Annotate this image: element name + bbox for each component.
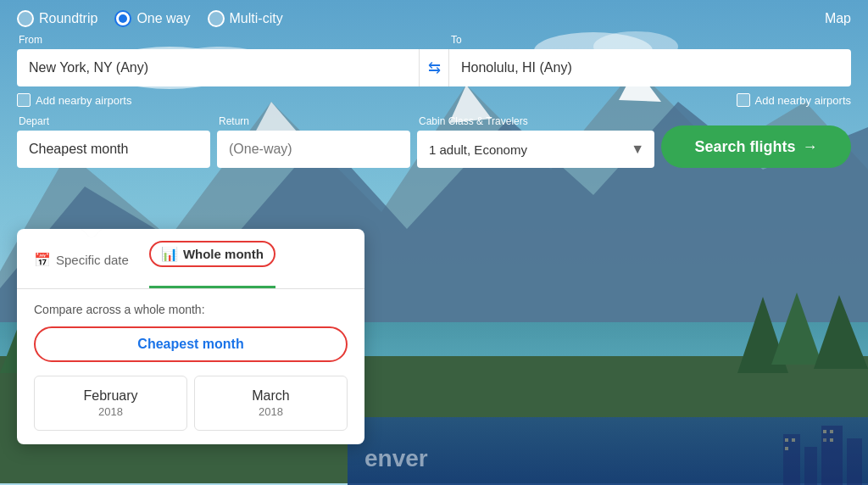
svg-rect-29 xyxy=(830,438,833,442)
svg-rect-25 xyxy=(785,447,788,450)
multicity-option[interactable]: Multi-city xyxy=(208,10,283,27)
cabin-select[interactable]: 1 adult, Economy xyxy=(417,131,654,168)
svg-rect-27 xyxy=(830,430,833,433)
dropdown-content: Compare across a whole month: Cheapest m… xyxy=(17,289,364,444)
city-text: enver xyxy=(364,445,428,472)
depart-label: Depart xyxy=(17,115,210,127)
multicity-label: Multi-city xyxy=(230,11,283,26)
month-name-0: February xyxy=(47,388,175,404)
date-picker-dropdown: 📅 Specific date 📊 Whole month Compare ac… xyxy=(17,229,364,444)
from-label: From xyxy=(17,34,419,46)
return-input[interactable] xyxy=(217,131,410,168)
svg-rect-23 xyxy=(785,438,788,442)
map-button[interactable]: Map xyxy=(825,11,851,26)
origin-dest-row: From ⇆ To xyxy=(17,34,851,86)
month-year-0: 2018 xyxy=(47,405,175,418)
bar-chart-icon: 📊 xyxy=(161,246,178,262)
from-nearby-airports[interactable]: Add nearby airports xyxy=(17,93,131,107)
airports-row: Add nearby airports Add nearby airports xyxy=(17,93,851,107)
from-input[interactable] xyxy=(17,49,419,86)
from-nearby-checkbox[interactable] xyxy=(17,93,31,107)
from-group: From xyxy=(17,34,419,86)
specific-date-tab[interactable]: 📅 Specific date xyxy=(34,252,129,278)
month-card-1[interactable]: March 2018 xyxy=(194,376,348,431)
to-nearby-checkbox[interactable] xyxy=(737,93,750,107)
to-nearby-label: Add nearby airports xyxy=(755,94,851,107)
date-type-tabs: 📅 Specific date 📊 Whole month xyxy=(17,229,364,289)
cheapest-month-button[interactable]: Cheapest month xyxy=(34,326,348,362)
svg-rect-28 xyxy=(823,438,826,442)
svg-rect-26 xyxy=(823,430,826,433)
return-label: Return xyxy=(217,115,410,127)
search-label: Search flights xyxy=(694,138,795,156)
calendar-icon: 📅 xyxy=(34,252,51,268)
oneway-option[interactable]: One way xyxy=(114,10,190,27)
svg-rect-20 xyxy=(804,447,817,485)
svg-rect-24 xyxy=(792,438,795,442)
roundtrip-option[interactable]: Roundtrip xyxy=(17,10,97,27)
roundtrip-radio[interactable] xyxy=(17,10,34,27)
compare-label: Compare across a whole month: xyxy=(34,303,348,316)
trip-type-group: Roundtrip One way Multi-city xyxy=(17,10,283,27)
date-cabin-row: Depart Return Cabin Class & Travelers 1 … xyxy=(17,115,851,168)
month-name-1: March xyxy=(207,388,335,404)
city-buildings-icon xyxy=(614,417,868,485)
cabin-label: Cabin Class & Travelers xyxy=(417,115,654,127)
depart-input[interactable] xyxy=(17,131,210,168)
to-input[interactable] xyxy=(449,49,851,86)
swap-button[interactable]: ⇆ xyxy=(419,49,449,86)
header-bar: Roundtrip One way Multi-city Map xyxy=(0,0,868,34)
whole-month-tab[interactable]: 📊 Whole month xyxy=(149,241,275,288)
cheapest-month-label: Cheapest month xyxy=(137,337,243,351)
from-nearby-label: Add nearby airports xyxy=(36,94,131,107)
svg-rect-21 xyxy=(821,426,843,485)
search-form: From ⇆ To Add nearby airports Add nearby… xyxy=(0,34,868,168)
search-flights-button[interactable]: Search flights → xyxy=(661,125,851,168)
oneway-label: One way xyxy=(136,11,190,26)
cabin-wrapper: 1 adult, Economy ▼ xyxy=(417,131,654,168)
month-card-0[interactable]: February 2018 xyxy=(34,376,187,431)
to-group: To xyxy=(449,34,851,86)
oneway-radio[interactable] xyxy=(114,10,131,27)
whole-month-label: Whole month xyxy=(183,247,264,261)
roundtrip-label: Roundtrip xyxy=(39,11,97,26)
cabin-group: Cabin Class & Travelers 1 adult, Economy… xyxy=(417,115,654,168)
to-label: To xyxy=(449,34,851,46)
month-options: February 2018 March 2018 xyxy=(34,376,348,431)
month-year-1: 2018 xyxy=(207,405,335,418)
svg-rect-22 xyxy=(847,438,862,485)
city-overlay: enver xyxy=(348,417,868,485)
multicity-radio[interactable] xyxy=(208,10,225,27)
to-nearby-airports[interactable]: Add nearby airports xyxy=(737,93,851,107)
return-group: Return xyxy=(217,115,410,168)
whole-month-oval[interactable]: 📊 Whole month xyxy=(149,241,275,267)
search-arrow-icon: → xyxy=(803,138,818,156)
specific-date-label: Specific date xyxy=(56,253,129,267)
depart-group: Depart xyxy=(17,115,210,168)
